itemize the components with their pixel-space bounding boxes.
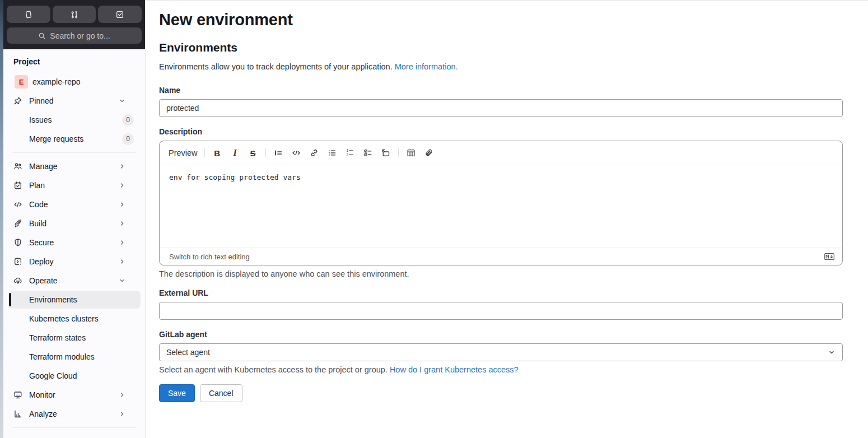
- external-url-input[interactable]: [159, 302, 843, 320]
- intro-text: Environments allow you to track deployme…: [159, 62, 843, 71]
- agent-select[interactable]: Select agent: [159, 343, 843, 361]
- shield-icon: [13, 238, 22, 247]
- sidebar-item-environments[interactable]: Environments: [8, 291, 141, 309]
- sidebar-item-deploy[interactable]: Deploy: [8, 253, 141, 271]
- markdown-icon: [824, 253, 834, 260]
- chevron-right-icon: [118, 162, 127, 170]
- chevron-right-icon: [118, 181, 127, 189]
- task-list-icon[interactable]: [362, 146, 374, 160]
- new-environment-form: Name Description Preview B I S: [159, 86, 843, 402]
- bold-icon[interactable]: B: [212, 146, 223, 160]
- sidebar-topbar: Search or go to...: [3, 0, 145, 49]
- sidebar-project-item[interactable]: E example-repo: [8, 73, 141, 91]
- form-actions: Save Cancel: [159, 384, 843, 402]
- save-button[interactable]: Save: [159, 384, 195, 402]
- description-help-text: The description is displayed to anyone w…: [159, 269, 843, 278]
- sidebar-item-terraform-states[interactable]: Terraform states: [8, 329, 141, 347]
- rocket-icon: [13, 219, 22, 228]
- preview-button[interactable]: Preview: [169, 146, 198, 160]
- chevron-right-icon: [118, 239, 127, 246]
- issues-count-badge: 0: [122, 114, 134, 126]
- toolbar-separator: [204, 148, 205, 157]
- name-input[interactable]: [159, 99, 843, 117]
- sidebar-item-pinned[interactable]: Pinned: [8, 92, 141, 110]
- svg-text:1: 1: [346, 148, 348, 152]
- sidebar-item-label: Analyze: [29, 409, 118, 418]
- deploy-icon: [13, 257, 22, 266]
- sidebar-item-monitor[interactable]: Monitor: [8, 386, 141, 404]
- table-icon[interactable]: [405, 146, 417, 160]
- attach-file-icon[interactable]: [423, 146, 435, 160]
- code-icon[interactable]: [291, 146, 302, 160]
- monitor-icon: [13, 390, 22, 399]
- sidebar-item-plan[interactable]: Plan: [8, 176, 141, 194]
- merge-requests-shortcut-button[interactable]: [53, 6, 96, 23]
- issues-shortcut-button[interactable]: [7, 6, 50, 23]
- sidebar-item-analyze[interactable]: Analyze: [8, 405, 141, 423]
- sidebar-item-google-cloud[interactable]: Google Cloud: [8, 367, 141, 385]
- agent-help-body: Select an agent with Kubernetes access t…: [159, 365, 388, 374]
- section-heading: Environments: [159, 41, 843, 54]
- chevron-right-icon: [118, 258, 127, 265]
- italic-icon[interactable]: I: [230, 146, 241, 160]
- agent-help-text: Select an agent with Kubernetes access t…: [159, 365, 843, 374]
- gitlab-agent-label: GitLab agent: [159, 330, 843, 339]
- sidebar-item-terraform-modules[interactable]: Terraform modules: [8, 348, 141, 366]
- pin-icon: [13, 96, 22, 105]
- chart-icon: [13, 409, 22, 418]
- sidebar-item-label: Operate: [29, 276, 118, 285]
- search-placeholder: Search or go to...: [50, 31, 110, 40]
- sidebar-item-label: Merge requests: [29, 134, 122, 143]
- cloud-pod-icon: [13, 276, 22, 285]
- chevron-right-icon: [118, 201, 127, 208]
- sidebar-item-operate[interactable]: Operate: [8, 272, 141, 290]
- todo-list-shortcut-button[interactable]: [98, 6, 142, 23]
- sidebar-item-code[interactable]: Code: [8, 195, 141, 213]
- code-icon: [13, 200, 22, 209]
- sidebar-nav: Project E example-repo Pinned Issues 0 M…: [3, 49, 145, 438]
- merge-request-icon: [70, 10, 79, 19]
- sidebar-item-secure[interactable]: Secure: [8, 234, 141, 251]
- sidebar-item-build[interactable]: Build: [8, 215, 141, 232]
- description-label: Description: [159, 127, 843, 136]
- project-avatar: E: [15, 75, 28, 88]
- numbered-list-icon[interactable]: 1 2: [344, 146, 356, 160]
- sidebar-item-label: Pinned: [29, 96, 118, 105]
- description-textarea[interactable]: env for scoping protected vars: [160, 165, 842, 246]
- quote-icon[interactable]: [273, 146, 284, 160]
- editor-footer: Switch to rich text editing: [160, 248, 842, 265]
- markdown-editor: Preview B I S: [159, 141, 843, 265]
- sidebar-item-merge-requests[interactable]: Merge requests 0: [8, 130, 141, 148]
- chevron-right-icon: [118, 220, 127, 227]
- svg-text:2: 2: [346, 153, 348, 157]
- cancel-button[interactable]: Cancel: [200, 384, 242, 402]
- search-input[interactable]: Search or go to...: [7, 27, 142, 44]
- sidebar-item-label: Issues: [29, 115, 122, 124]
- sidebar-item-kubernetes-clusters[interactable]: Kubernetes clusters: [8, 310, 141, 328]
- sidebar-item-issues[interactable]: Issues 0: [8, 111, 141, 129]
- sidebar-item-label: Monitor: [29, 390, 118, 399]
- sidebar-divider: [12, 427, 136, 428]
- intro-text-body: Environments allow you to track deployme…: [159, 62, 393, 71]
- chevron-down-icon: [828, 348, 836, 356]
- sidebar-item-label: Build: [29, 219, 118, 228]
- bullet-list-icon[interactable]: [326, 146, 338, 160]
- sidebar-item-manage[interactable]: Manage: [8, 157, 141, 175]
- chevron-right-icon: [118, 410, 127, 418]
- kubernetes-access-link[interactable]: How do I grant Kubernetes access?: [390, 365, 519, 374]
- switch-rich-text-link[interactable]: Switch to rich text editing: [169, 253, 250, 261]
- project-name: example-repo: [32, 77, 134, 86]
- search-icon: [38, 32, 46, 40]
- link-icon[interactable]: [309, 146, 320, 160]
- sidebar-item-label: Code: [29, 200, 118, 209]
- page-title: New environment: [159, 11, 843, 29]
- sidebar-item-label: Deploy: [29, 257, 118, 266]
- collapsible-section-icon[interactable]: [380, 146, 391, 160]
- external-url-label: External URL: [159, 288, 843, 297]
- todo-check-icon: [115, 10, 124, 19]
- more-information-link[interactable]: More information.: [395, 62, 458, 71]
- name-label: Name: [159, 86, 843, 95]
- strikethrough-icon[interactable]: S: [248, 146, 259, 160]
- sidebar-item-label: Terraform states: [29, 333, 134, 342]
- sidebar-item-label: Secure: [29, 238, 118, 247]
